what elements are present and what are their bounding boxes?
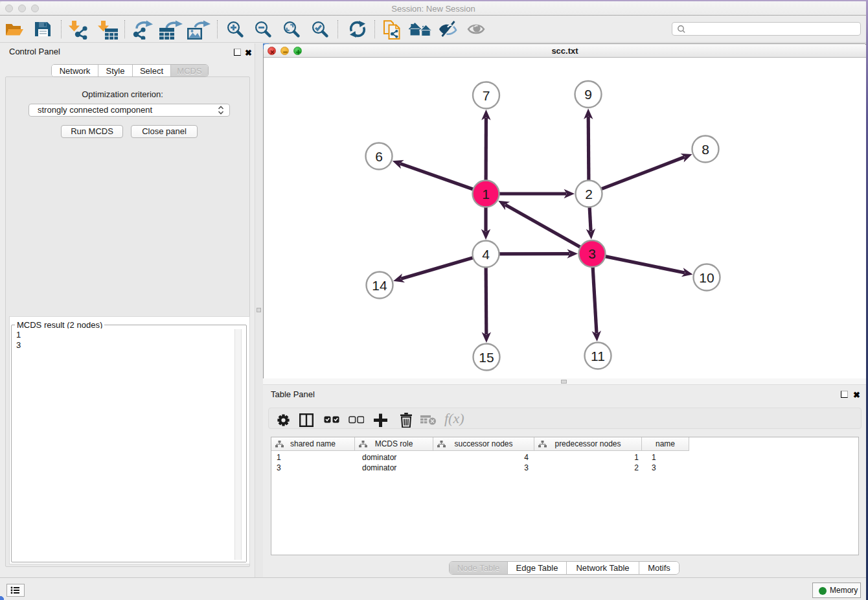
svg-text:1: 1 bbox=[482, 186, 490, 201]
svg-text:8: 8 bbox=[702, 141, 709, 156]
svg-text:11: 11 bbox=[591, 348, 605, 363]
svg-text:3: 3 bbox=[588, 246, 596, 261]
svg-text:9: 9 bbox=[584, 87, 592, 102]
svg-text:4: 4 bbox=[482, 246, 490, 261]
svg-text:2: 2 bbox=[585, 186, 593, 201]
svg-text:15: 15 bbox=[479, 349, 494, 364]
svg-text:14: 14 bbox=[372, 277, 387, 292]
svg-text:6: 6 bbox=[375, 148, 383, 163]
svg-text:7: 7 bbox=[483, 87, 490, 102]
svg-text:10: 10 bbox=[699, 270, 714, 284]
